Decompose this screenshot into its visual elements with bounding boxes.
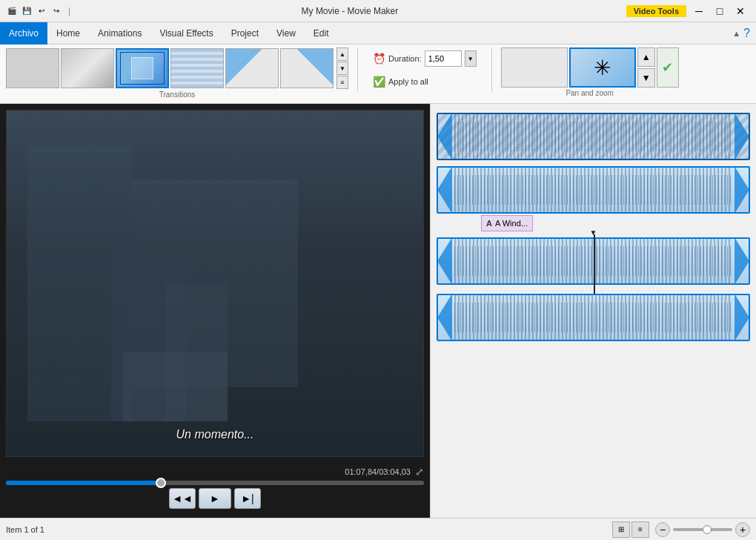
clip-inner-4[interactable] — [437, 294, 750, 341]
separator1 — [357, 47, 358, 92]
main-content: Un momento... 01:07,84/03:04,03 ⤢ ◄◄ ► ►… — [0, 104, 756, 518]
maximize-button[interactable]: □ — [710, 4, 729, 19]
clip-inner-2[interactable] — [437, 166, 750, 214]
transition-fade[interactable] — [61, 48, 114, 88]
timeline-clip-3[interactable]: ▼ — [437, 237, 750, 285]
menu-end: ▲ ? — [732, 27, 756, 40]
timeline-panel: A A Wind... ▼ — [430, 104, 756, 518]
window-controls: ─ □ ✕ — [689, 4, 750, 19]
view-buttons: ⊞ ≡ — [612, 521, 649, 538]
menu-item-home[interactable]: Home — [47, 22, 89, 45]
zoom-thumb[interactable] — [703, 525, 712, 534]
pan-zoom-blank1[interactable] — [501, 47, 568, 88]
pan-zoom-scroll-down[interactable]: ▼ — [637, 68, 655, 88]
video-preview: Un momento... — [6, 110, 424, 457]
pan-zoom-selected[interactable]: ✳ — [569, 47, 636, 88]
pan-zoom-items: ✳ ▲ ▼ ✔ — [501, 47, 679, 88]
transitions-section: ▲ ▼ ≡ Transitions — [6, 47, 348, 99]
duration-apply-section: ⏰ Duration: ▼ ✅ Apply to all — [367, 47, 483, 90]
duration-label: Duration: — [388, 54, 422, 63]
transitions-label: Transitions — [159, 90, 196, 99]
pan-zoom-section: ✳ ▲ ▼ ✔ Pan and zoom — [501, 47, 679, 97]
zoom-out-button[interactable]: − — [655, 522, 670, 537]
clip-arrow-right-3 — [735, 237, 749, 285]
progress-fill — [6, 481, 161, 485]
video-playback-controls: ◄◄ ► ►| — [6, 488, 424, 509]
scene-element-furniture — [123, 352, 228, 421]
check-green-icon: ✔ — [662, 59, 673, 76]
pan-zoom-scroll-up[interactable]: ▲ — [637, 47, 655, 67]
text-clip-label: A Wind... — [495, 219, 528, 228]
clock-icon: ⏰ — [373, 53, 385, 65]
text-clip[interactable]: A A Wind... — [481, 215, 533, 231]
play-button[interactable]: ► — [199, 488, 231, 509]
video-progress-bar — [6, 481, 424, 485]
duration-dropdown[interactable]: ▼ — [465, 50, 477, 67]
app-icon: 🎬 — [6, 5, 18, 17]
separator2 — [491, 47, 492, 92]
clip-arrow-right-1 — [735, 113, 749, 160]
redo-icon[interactable]: ↪ — [50, 5, 62, 17]
window-title: My Movie - Movie Maker — [73, 6, 626, 16]
fullscreen-button[interactable]: ⤢ — [415, 466, 424, 478]
minimize-button[interactable]: ─ — [689, 4, 709, 19]
title-bar: 🎬 💾 ↩ ↪ | My Movie - Movie Maker Video T… — [0, 0, 756, 22]
video-scene: Un momento... — [7, 111, 423, 456]
progress-thumb[interactable] — [156, 478, 166, 488]
video-time-display: 01:07,84/03:04,03 ⤢ — [6, 466, 424, 478]
pan-zoom-side-controls: ▲ ▼ — [637, 47, 655, 88]
help-icon[interactable]: ? — [743, 27, 750, 40]
apply-all-button[interactable]: Apply to all — [388, 77, 428, 86]
menu-item-animations[interactable]: Animations — [89, 22, 150, 45]
status-bar: Item 1 of 1 ⊞ ≡ − + — [0, 518, 756, 540]
duration-row: ⏰ Duration: ▼ — [373, 50, 477, 67]
transition-selected[interactable] — [116, 48, 169, 88]
ribbon-toggle[interactable]: ▲ — [732, 29, 740, 38]
status-item-info: Item 1 of 1 — [6, 525, 44, 534]
clip-inner-1[interactable] — [437, 113, 750, 160]
transition-mosaic[interactable] — [170, 48, 224, 88]
menu-item-archivo[interactable]: Archivo — [0, 22, 47, 45]
clip-waveform-2 — [454, 168, 732, 212]
menu-item-edit[interactable]: Edit — [305, 22, 338, 45]
menu-item-visual-effects[interactable]: Visual Effects — [150, 22, 222, 45]
timeline-view-button[interactable]: ≡ — [631, 521, 649, 538]
ribbon: ▲ ▼ ≡ Transitions ⏰ Duration: ▼ ✅ Apply … — [0, 45, 756, 104]
timeline-scroll[interactable]: A A Wind... ▼ — [431, 104, 756, 518]
scroll-up-button[interactable]: ▲ — [336, 47, 348, 61]
ribbon-scroll: ▲ ▼ ≡ — [336, 47, 348, 89]
clip-arrow-left-1 — [437, 113, 452, 160]
clip-waveform-1 — [454, 114, 732, 159]
zoom-slider[interactable] — [673, 528, 732, 531]
transition-wipe-r[interactable] — [280, 48, 334, 88]
timeline-clip-group-2: A A Wind... — [437, 166, 750, 231]
pan-zoom-star-icon: ✳ — [594, 56, 611, 80]
timeline-clip-1[interactable] — [437, 113, 750, 160]
pan-zoom-extra-btn[interactable]: ✔ — [657, 47, 679, 88]
zoom-in-button[interactable]: + — [735, 522, 750, 537]
video-controls-area: 01:07,84/03:04,03 ⤢ ◄◄ ► ►| — [6, 463, 424, 512]
duration-input[interactable] — [425, 50, 462, 67]
status-right: ⊞ ≡ − + — [612, 521, 750, 538]
undo-icon[interactable]: ↩ — [36, 5, 47, 17]
menu-item-project[interactable]: Project — [222, 22, 268, 45]
rewind-button[interactable]: ◄◄ — [169, 488, 196, 509]
clip-arrow-right-4 — [735, 294, 749, 341]
clip-waveform-4 — [454, 295, 732, 340]
timeline-clip-2[interactable] — [437, 166, 750, 214]
playhead-arrow: ▼ — [590, 228, 597, 237]
close-button[interactable]: ✕ — [731, 4, 750, 19]
transition-blank1[interactable] — [6, 48, 59, 88]
video-tools-badge: Video Tools — [626, 5, 686, 17]
scroll-down-button[interactable]: ▼ — [336, 62, 348, 75]
forward-button[interactable]: ►| — [234, 488, 261, 509]
save-icon[interactable]: 💾 — [21, 5, 33, 17]
storyboard-view-button[interactable]: ⊞ — [612, 521, 630, 538]
menu-item-view[interactable]: View — [268, 22, 305, 45]
text-clip-icon: A — [486, 219, 492, 228]
scroll-more-button[interactable]: ≡ — [336, 76, 348, 89]
clip-arrow-right-2 — [735, 166, 749, 214]
timeline-clip-4[interactable] — [437, 294, 750, 341]
transition-wipe-l[interactable] — [225, 48, 279, 88]
progress-track[interactable] — [6, 481, 424, 485]
